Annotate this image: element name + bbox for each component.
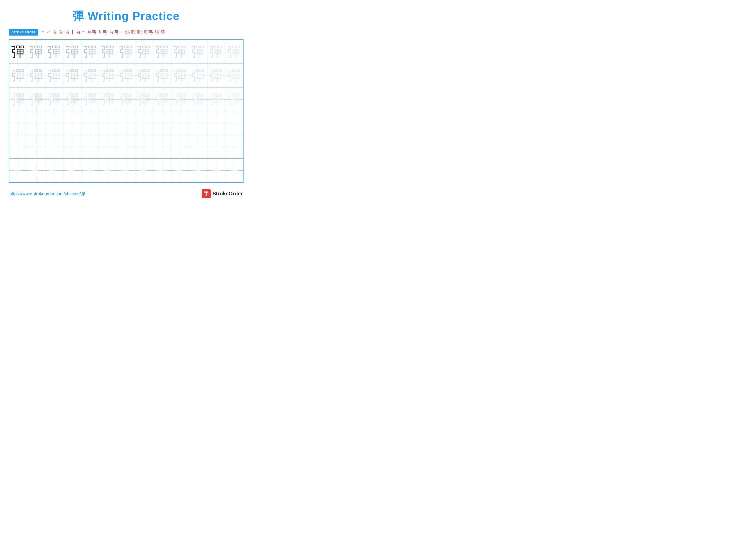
grid-cell-4-1[interactable] [27, 135, 45, 159]
grid-cell-1-10[interactable]: 彈 [189, 64, 207, 88]
grid-cell-1-11[interactable]: 彈 [207, 64, 225, 88]
grid-cell-1-6[interactable]: 彈 [117, 64, 135, 88]
grid-cell-5-3[interactable] [63, 159, 81, 182]
grid-cell-1-8[interactable]: 彈 [153, 64, 171, 88]
grid-cell-4-4[interactable] [81, 135, 99, 159]
grid-cell-0-11[interactable]: 彈 [207, 40, 225, 64]
cell-char-2-7: 彈 [137, 91, 151, 107]
grid-cell-3-12[interactable] [225, 111, 243, 135]
cell-char-1-11: 彈 [209, 68, 223, 83]
grid-cell-2-7[interactable]: 彈 [135, 88, 153, 111]
grid-cell-5-0[interactable] [9, 159, 27, 182]
cell-char-0-7: 彈 [137, 44, 151, 60]
grid-cell-1-3[interactable]: 彈 [63, 64, 81, 88]
grid-cell-3-7[interactable] [135, 111, 153, 135]
grid-cell-3-9[interactable] [171, 111, 189, 135]
grid-cell-5-4[interactable] [81, 159, 99, 182]
grid-cell-5-2[interactable] [45, 159, 63, 182]
grid-cell-1-1[interactable]: 彈 [27, 64, 45, 88]
grid-cell-4-11[interactable] [207, 135, 225, 159]
cell-char-1-9: 彈 [173, 68, 187, 83]
grid-cell-2-10[interactable]: 彈 [189, 88, 207, 111]
grid-cell-0-10[interactable]: 彈 [189, 40, 207, 64]
grid-cell-4-7[interactable] [135, 135, 153, 159]
cell-char-2-0: 彈 [11, 91, 25, 107]
grid-cell-0-12[interactable]: 彈 [225, 40, 243, 64]
grid-cell-4-2[interactable] [45, 135, 63, 159]
cell-char-1-0: 彈 [11, 68, 25, 83]
grid-cell-2-1[interactable]: 彈 [27, 88, 45, 111]
grid-cell-2-4[interactable]: 彈 [81, 88, 99, 111]
grid-cell-2-0[interactable]: 彈 [9, 88, 27, 111]
grid-row-1: 彈彈彈彈彈彈彈彈彈彈彈彈彈 [9, 64, 243, 88]
grid-cell-5-12[interactable] [225, 159, 243, 182]
grid-cell-2-6[interactable]: 彈 [117, 88, 135, 111]
grid-cell-3-5[interactable] [99, 111, 117, 135]
grid-cell-5-1[interactable] [27, 159, 45, 182]
grid-cell-3-8[interactable] [153, 111, 171, 135]
grid-cell-3-2[interactable] [45, 111, 63, 135]
stroke-step-8: 彑弓一 [109, 30, 124, 35]
grid-cell-3-0[interactable] [9, 111, 27, 135]
grid-cell-5-5[interactable] [99, 159, 117, 182]
grid-cell-0-8[interactable]: 彈 [153, 40, 171, 64]
grid-cell-3-4[interactable] [81, 111, 99, 135]
grid-cell-3-6[interactable] [117, 111, 135, 135]
stroke-order-badge: Stroke Order [9, 29, 39, 36]
grid-cell-2-8[interactable]: 彈 [153, 88, 171, 111]
cell-char-0-1: 彈 [29, 44, 43, 60]
grid-cell-0-9[interactable]: 彈 [171, 40, 189, 64]
grid-cell-1-0[interactable]: 彈 [9, 64, 27, 88]
grid-cell-0-0[interactable]: 彈 [9, 40, 27, 64]
grid-cell-5-9[interactable] [171, 159, 189, 182]
grid-cell-4-5[interactable] [99, 135, 117, 159]
cell-char-0-11: 彈 [209, 44, 223, 60]
grid-cell-3-11[interactable] [207, 111, 225, 135]
grid-cell-1-12[interactable]: 彈 [225, 64, 243, 88]
grid-cell-0-4[interactable]: 彈 [81, 40, 99, 64]
grid-cell-1-4[interactable]: 彈 [81, 64, 99, 88]
grid-cell-5-7[interactable] [135, 159, 153, 182]
grid-cell-0-5[interactable]: 彈 [99, 40, 117, 64]
cell-char-2-12: 彈 [227, 91, 241, 107]
grid-row-4 [9, 135, 243, 159]
brand-icon: 字 [202, 189, 211, 198]
grid-cell-4-12[interactable] [225, 135, 243, 159]
grid-cell-1-7[interactable]: 彈 [135, 64, 153, 88]
grid-cell-3-3[interactable] [63, 111, 81, 135]
brand-name: StrokeOrder [212, 191, 243, 197]
grid-cell-1-9[interactable]: 彈 [171, 64, 189, 88]
stroke-step-10: 強 [131, 30, 136, 35]
grid-cell-5-10[interactable] [189, 159, 207, 182]
grid-cell-4-3[interactable] [63, 135, 81, 159]
grid-cell-4-0[interactable] [9, 135, 27, 159]
grid-cell-4-9[interactable] [171, 135, 189, 159]
grid-cell-2-12[interactable]: 彈 [225, 88, 243, 111]
grid-cell-3-10[interactable] [189, 111, 207, 135]
grid-cell-0-1[interactable]: 彈 [27, 40, 45, 64]
grid-cell-3-1[interactable] [27, 111, 45, 135]
grid-cell-2-5[interactable]: 彈 [99, 88, 117, 111]
grid-cell-2-2[interactable]: 彈 [45, 88, 63, 111]
grid-cell-5-6[interactable] [117, 159, 135, 182]
grid-cell-1-5[interactable]: 彈 [99, 64, 117, 88]
grid-cell-0-6[interactable]: 彈 [117, 40, 135, 64]
grid-cell-4-8[interactable] [153, 135, 171, 159]
grid-cell-5-11[interactable] [207, 159, 225, 182]
stroke-step-5: 彑㇀ [76, 30, 86, 35]
footer-url[interactable]: https://www.strokeorder.com/chinese/彈 [10, 191, 85, 197]
grid-cell-4-6[interactable] [117, 135, 135, 159]
grid-cell-5-8[interactable] [153, 159, 171, 182]
grid-cell-0-3[interactable]: 彈 [63, 40, 81, 64]
grid-cell-4-10[interactable] [189, 135, 207, 159]
cell-char-1-6: 彈 [119, 68, 133, 83]
grid-cell-1-2[interactable]: 彈 [45, 64, 63, 88]
grid-cell-2-11[interactable]: 彈 [207, 88, 225, 111]
grid-cell-2-9[interactable]: 彈 [171, 88, 189, 111]
stroke-step-9: 弱 [125, 30, 130, 35]
grid-cell-2-3[interactable]: 彈 [63, 88, 81, 111]
stroke-step-4: 彑丨 [66, 30, 75, 35]
grid-cell-0-2[interactable]: 彈 [45, 40, 63, 64]
grid-cell-0-7[interactable]: 彈 [135, 40, 153, 64]
cell-char-0-5: 彈 [101, 44, 115, 60]
